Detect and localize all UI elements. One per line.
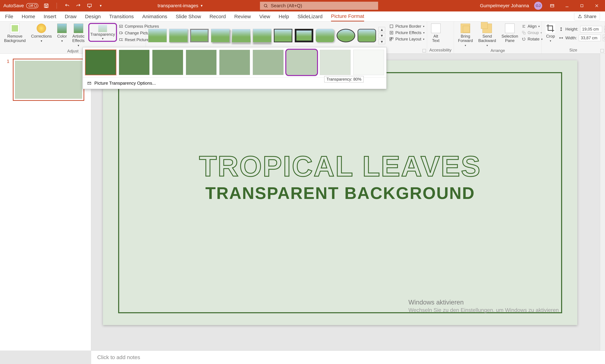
color-button[interactable]: Color ▾ xyxy=(55,23,69,43)
transparency-preset-1[interactable] xyxy=(119,50,150,75)
redo-icon[interactable] xyxy=(75,3,81,9)
gallery-more-icon[interactable]: ▾ xyxy=(378,39,385,44)
rotate-button[interactable]: Rotate▾ xyxy=(522,37,543,41)
ribbon-tabs: File Home Insert Draw Design Transitions… xyxy=(0,12,605,22)
group-icon xyxy=(522,31,526,35)
selection-pane-button[interactable]: Selection Pane xyxy=(500,23,520,44)
transparency-preset-7[interactable] xyxy=(320,50,350,75)
style-preset-10[interactable] xyxy=(337,29,355,42)
titlebar-right: Gumpelmeyer Johanna GJ xyxy=(480,2,602,10)
group-button[interactable]: Group▾ xyxy=(522,30,543,35)
alt-text-button[interactable]: Alt Text xyxy=(429,23,442,44)
transparency-preset-6[interactable] xyxy=(286,50,317,75)
slide-title-text[interactable]: TROPICAL LEAVES xyxy=(103,150,577,183)
transparency-preset-2[interactable] xyxy=(152,50,183,75)
tab-slideshow[interactable]: Slide Show xyxy=(176,12,201,21)
group-arrange-label: Arrange xyxy=(456,48,539,54)
crop-button[interactable]: Crop▾ xyxy=(544,23,557,43)
artistic-effects-button[interactable]: Artistic Effects ▾ xyxy=(70,23,86,48)
svg-rect-12 xyxy=(390,38,391,39)
style-preset-6[interactable] xyxy=(253,29,272,42)
maximize-icon[interactable] xyxy=(577,2,587,9)
autosave-control[interactable]: AutoSave Off xyxy=(3,3,38,8)
style-preset-7[interactable] xyxy=(274,29,292,42)
slide-subtitle-text[interactable]: TRANSPARENT BACKGROUND xyxy=(103,183,577,203)
notes-pane[interactable]: Click to add notes xyxy=(91,351,605,364)
slide-canvas[interactable]: TROPICAL LEAVES TRANSPARENT BACKGROUND W… xyxy=(103,60,577,325)
remove-bg-label: Remove Background xyxy=(4,34,26,43)
search-box[interactable]: Search (Alt+Q) xyxy=(260,2,378,10)
color-icon xyxy=(57,24,67,33)
width-label: Width: xyxy=(565,36,577,40)
height-field[interactable]: Height: 19,05 cm ▴▾ xyxy=(559,26,605,32)
gallery-up-icon[interactable]: ▴ xyxy=(378,27,385,32)
tab-file[interactable]: File xyxy=(5,12,13,21)
style-preset-9[interactable] xyxy=(316,29,334,42)
title-bar: AutoSave Off ▾ transparent-images ▾ Sear… xyxy=(0,0,605,12)
minimize-icon[interactable] xyxy=(562,2,572,9)
width-spinner[interactable]: ▴▾ xyxy=(603,35,605,41)
bring-forward-button[interactable]: Bring Forward▾ xyxy=(456,23,475,48)
tab-home[interactable]: Home xyxy=(22,12,35,21)
picture-styles-gallery[interactable]: ▴ ▾ ▾ xyxy=(148,23,385,44)
style-preset-11[interactable] xyxy=(358,29,376,42)
tab-draw[interactable]: Draw xyxy=(65,12,76,21)
autosave-toggle[interactable]: Off xyxy=(26,3,38,8)
user-avatar[interactable]: GJ xyxy=(534,2,542,10)
gallery-down-icon[interactable]: ▾ xyxy=(378,33,385,38)
tab-design[interactable]: Design xyxy=(85,12,101,21)
transparency-preset-8[interactable] xyxy=(353,50,384,75)
transparency-preset-4[interactable] xyxy=(219,50,250,75)
doc-title-dropdown-icon[interactable]: ▾ xyxy=(201,3,203,8)
group-accessibility: Alt Text Accessibility xyxy=(427,22,454,53)
slide-thumbnail-1[interactable] xyxy=(13,59,84,101)
style-preset-2[interactable] xyxy=(169,29,188,42)
remove-background-button[interactable]: Remove Background xyxy=(2,23,27,44)
ribbon-display-icon[interactable] xyxy=(547,2,557,9)
style-preset-1[interactable] xyxy=(148,29,167,42)
size-launcher[interactable] xyxy=(600,49,604,52)
send-backward-button[interactable]: Send Backward▾ xyxy=(477,23,498,48)
picture-effects-button[interactable]: Picture Effects▾ xyxy=(389,30,424,35)
search-placeholder: Search (Alt+Q) xyxy=(271,3,302,8)
close-icon[interactable] xyxy=(592,2,602,9)
style-preset-4[interactable] xyxy=(211,29,230,42)
picture-layout-button[interactable]: Picture Layout▾ xyxy=(389,37,424,41)
transparency-preset-0[interactable] xyxy=(85,50,116,75)
styles-launcher[interactable] xyxy=(423,49,426,52)
undo-icon[interactable] xyxy=(64,3,70,9)
tab-record[interactable]: Record xyxy=(209,12,226,21)
picture-style-options: Picture Border▾ Picture Effects▾ Picture… xyxy=(389,23,424,41)
tab-picture-format[interactable]: Picture Format xyxy=(331,12,364,21)
height-spinner[interactable]: ▴▾ xyxy=(604,26,605,32)
tab-transitions[interactable]: Transitions xyxy=(109,12,134,21)
save-icon[interactable] xyxy=(43,3,49,9)
tab-help[interactable]: Help xyxy=(279,12,289,21)
tab-insert[interactable]: Insert xyxy=(43,12,56,21)
tab-view[interactable]: View xyxy=(259,12,270,21)
tab-slidelizard[interactable]: SlideLizard xyxy=(297,12,322,21)
vertical-scrollbar[interactable] xyxy=(600,54,605,351)
tab-review[interactable]: Review xyxy=(234,12,251,21)
slideshow-icon[interactable] xyxy=(87,3,92,9)
notes-placeholder: Click to add notes xyxy=(97,354,140,361)
style-preset-5[interactable] xyxy=(232,29,251,42)
transparency-button[interactable]: Transparency ▾ xyxy=(88,23,117,42)
style-gallery-scroll[interactable]: ▴ ▾ ▾ xyxy=(378,27,385,44)
picture-border-button[interactable]: Picture Border▾ xyxy=(389,24,424,29)
transparency-preset-3[interactable] xyxy=(186,50,217,75)
tab-animations[interactable]: Animations xyxy=(142,12,167,21)
share-button[interactable]: Share xyxy=(574,13,600,20)
document-title[interactable]: transparent-images ▾ xyxy=(157,3,202,8)
transparency-preset-5[interactable] xyxy=(253,50,283,75)
width-input[interactable]: 33,87 cm xyxy=(579,35,601,41)
width-field[interactable]: Width: 33,87 cm ▴▾ xyxy=(559,35,605,41)
corrections-button[interactable]: Corrections ▾ xyxy=(29,23,54,43)
style-preset-8[interactable] xyxy=(295,29,313,42)
group-size: Crop▾ Height: 19,05 cm ▴▾ Width: 33,87 c… xyxy=(542,22,605,53)
qat-more-icon[interactable]: ▾ xyxy=(98,3,103,9)
align-button[interactable]: Align▾ xyxy=(522,24,543,29)
height-input[interactable]: 19,05 cm xyxy=(580,26,602,32)
style-preset-3[interactable] xyxy=(190,29,209,42)
artistic-effects-icon xyxy=(74,24,83,33)
